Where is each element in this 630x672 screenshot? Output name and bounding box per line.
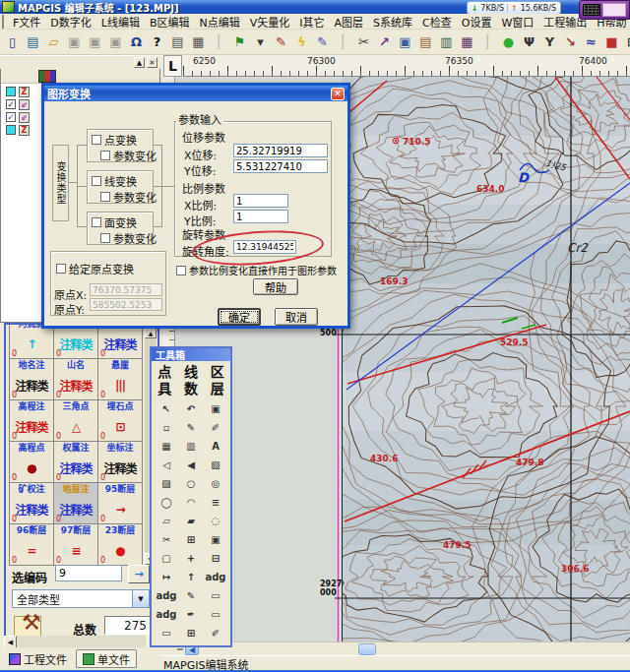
toolbox-mode-button[interactable]: 区 bbox=[204, 364, 230, 381]
palette-cell[interactable]: 山名 注释类 0 bbox=[54, 359, 98, 400]
scissors-icon[interactable]: ✂ bbox=[155, 530, 179, 549]
circle-icon[interactable]: ○ bbox=[179, 474, 204, 493]
layer-checkbox[interactable]: ✓ bbox=[6, 99, 16, 109]
scroll-thumb[interactable] bbox=[358, 643, 376, 655]
ok-button[interactable]: 确定 bbox=[218, 308, 261, 326]
copy2-icon[interactable]: ▢ bbox=[155, 549, 179, 568]
flag-pen-icon[interactable]: ✐ bbox=[204, 624, 228, 642]
split-tree-icon[interactable]: Ψ bbox=[519, 31, 539, 52]
palette-cell[interactable]: 96断层 = 0 bbox=[10, 524, 54, 566]
checkbox-icon[interactable] bbox=[100, 233, 110, 243]
attr-table-icon[interactable]: ▦ bbox=[155, 437, 179, 456]
y-scale-input[interactable] bbox=[233, 210, 288, 223]
menu-item[interactable]: S系统库 bbox=[368, 13, 417, 31]
stamp-red-icon[interactable]: ✎ bbox=[271, 31, 291, 52]
adg-con-icon[interactable]: adg bbox=[155, 605, 179, 624]
layer-row[interactable]: ✓ ⇙ bbox=[6, 111, 30, 123]
area-transform-checkbox[interactable]: 面变换 bbox=[92, 214, 137, 230]
layer-row[interactable]: ✓ ⇙ bbox=[6, 98, 30, 110]
area-red-icon[interactable]: ■ bbox=[601, 31, 622, 52]
separator[interactable]: │ bbox=[477, 31, 498, 52]
parallelogram-icon[interactable]: ▱ bbox=[155, 512, 179, 530]
doc-edit-icon[interactable]: ▭ bbox=[204, 586, 228, 605]
menu-item[interactable]: D数字化 bbox=[45, 13, 95, 31]
raise-arrow-icon[interactable]: ↑ bbox=[179, 568, 204, 586]
palette-cell[interactable]: 埋石点 ⊡ 0 bbox=[98, 400, 143, 442]
menu-item[interactable]: O设置 bbox=[457, 13, 497, 31]
paste-icon[interactable]: ▤ bbox=[415, 31, 436, 52]
tab-single-file[interactable]: 单文件 bbox=[76, 649, 137, 668]
table-add-icon[interactable]: ⊞ bbox=[179, 530, 204, 549]
checkbox-icon[interactable] bbox=[92, 217, 101, 227]
help-button[interactable]: 帮助 bbox=[253, 278, 298, 295]
layer-checkbox[interactable] bbox=[6, 87, 16, 96]
copy-icon[interactable]: ▣ bbox=[204, 530, 228, 549]
map-hscrollbar[interactable]: ◀ bbox=[175, 641, 630, 655]
palette-cell[interactable]: 坐标注 注释类 0 bbox=[98, 442, 143, 483]
menu-item[interactable]: A图层 bbox=[330, 13, 369, 31]
checkbox-icon[interactable] bbox=[56, 264, 66, 274]
palette-cell[interactable]: 权属注 注释类 0 bbox=[54, 442, 98, 483]
grid-area-icon[interactable]: ⊞ bbox=[622, 31, 630, 52]
toolbox-mode-button[interactable]: 线 bbox=[178, 364, 205, 381]
new-template-icon[interactable]: ▤ bbox=[23, 31, 43, 52]
layer-checkbox[interactable] bbox=[6, 125, 16, 135]
palette-cell[interactable]: 地层注 注释类 0 bbox=[54, 483, 98, 524]
stamp-blue-icon[interactable]: ✎ bbox=[312, 31, 333, 52]
arc-icon[interactable]: ◠ bbox=[179, 493, 204, 512]
save-all-icon[interactable]: ▣ bbox=[85, 31, 105, 52]
menu-item[interactable]: N点编辑 bbox=[195, 13, 245, 31]
circle-dot-icon[interactable]: ◎ bbox=[204, 474, 228, 493]
menu-item[interactable]: B区编辑 bbox=[145, 13, 195, 31]
keyboard-icon[interactable] bbox=[583, 4, 600, 16]
node-edit-icon[interactable]: ▫ bbox=[155, 418, 179, 437]
erase-icon[interactable]: ⊟ bbox=[204, 549, 228, 568]
dashed-shape-icon[interactable]: ◌ bbox=[204, 512, 228, 530]
palette-cell[interactable]: 悬崖 ||| 0 bbox=[98, 359, 143, 400]
line-transform-checkbox[interactable]: 线变换 bbox=[92, 173, 137, 189]
layer-row[interactable]: Z bbox=[6, 86, 30, 97]
cancel-button[interactable]: 取消 bbox=[275, 308, 318, 326]
separator[interactable]: │ bbox=[209, 31, 229, 52]
lightning-icon[interactable]: ϟ bbox=[291, 31, 312, 52]
new-doc-icon[interactable]: ▯ bbox=[2, 31, 23, 52]
menu-item[interactable]: V矢量化 bbox=[245, 13, 295, 31]
save-icon[interactable]: ▣ bbox=[204, 399, 228, 418]
area-green-icon[interactable]: ● bbox=[498, 31, 519, 52]
text-annotate-icon[interactable]: A bbox=[204, 437, 228, 456]
offset-arrow-icon[interactable]: ↦ bbox=[155, 568, 179, 586]
copy-icon[interactable]: ▣ bbox=[395, 31, 415, 52]
doc-pen2-icon[interactable]: ▭ bbox=[155, 624, 179, 642]
pencil-icon[interactable]: ✎ bbox=[179, 418, 204, 437]
tab-project-file[interactable]: 工程文件 bbox=[2, 649, 74, 668]
save-icon[interactable]: ▣ bbox=[64, 31, 85, 52]
x-scale-input[interactable] bbox=[233, 194, 288, 208]
dialog-title-bar[interactable]: 图形变换 ✕ bbox=[44, 86, 347, 101]
print-preview-icon[interactable]: ▤ bbox=[167, 31, 188, 52]
type-filter-select[interactable]: 全部类型 ▼ bbox=[12, 589, 150, 608]
x-disp-input[interactable] bbox=[233, 144, 328, 157]
menu-item[interactable]: L线编辑 bbox=[96, 13, 145, 31]
dropdown-icon[interactable]: ▾ bbox=[250, 31, 271, 52]
select-code-input[interactable] bbox=[55, 565, 122, 581]
merge-tree-icon[interactable]: Y bbox=[539, 31, 560, 52]
menu-item[interactable]: C检查 bbox=[417, 13, 457, 31]
adg2-icon[interactable]: adg bbox=[155, 586, 179, 605]
toolbox-mode-button[interactable]: 数 bbox=[178, 381, 205, 397]
palette-cell[interactable]: 97断层 ≡ 0 bbox=[54, 524, 98, 566]
attr-table2-icon[interactable]: ▥ bbox=[179, 437, 204, 456]
notebook-icon[interactable]: ▥ bbox=[436, 31, 457, 52]
line-join-icon[interactable]: ↘ bbox=[560, 31, 581, 52]
cut-point-icon[interactable]: ✂ bbox=[353, 31, 374, 52]
menu-item[interactable]: F文件 bbox=[8, 13, 45, 31]
apply-code-icon[interactable]: → bbox=[128, 565, 150, 583]
help-pointer-icon[interactable]: ? bbox=[147, 31, 167, 52]
ink-pen-icon[interactable]: ✒ bbox=[179, 605, 204, 624]
menu-item[interactable]: I其它 bbox=[294, 13, 329, 31]
close-icon[interactable]: ✕ bbox=[331, 88, 345, 100]
select-arrow-icon[interactable]: ↖ bbox=[155, 399, 179, 418]
open-folder-icon[interactable]: ▱ bbox=[43, 31, 64, 52]
list-icon[interactable]: ≡ bbox=[204, 493, 228, 512]
toolbox-title-bar[interactable]: 工具箱 bbox=[152, 348, 230, 361]
toolbox-mode-button[interactable]: 具 bbox=[152, 381, 178, 397]
